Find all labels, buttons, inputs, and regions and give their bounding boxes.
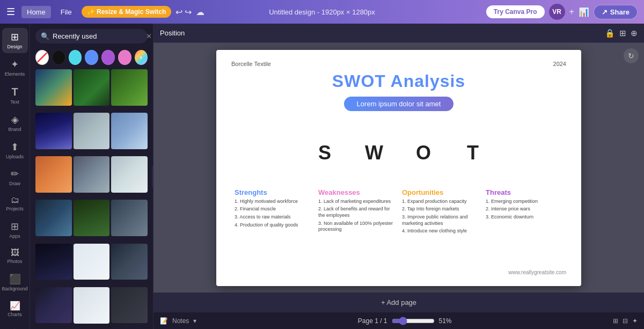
add-page-bar[interactable]: + Add page — [153, 293, 644, 312]
list-item: 3. Non available of 100% polyester proce… — [318, 221, 396, 233]
sidebar-item-photos[interactable]: 🖼 Photos — [2, 245, 28, 268]
swot-s-list: 1. Highly motivated workforce 2. Financi… — [235, 199, 312, 229]
sidebar-item-background[interactable]: ⬛ Background — [2, 270, 28, 295]
share-button[interactable]: ↗ Share — [594, 5, 638, 19]
sidebar-item-elements[interactable]: ✦ Elements — [2, 55, 28, 81]
image-item[interactable] — [35, 113, 72, 149]
color-swatches: › — [30, 48, 153, 69]
list-item: 1. Emerging competition — [486, 199, 563, 205]
image-item[interactable] — [35, 156, 72, 193]
design-icon: ⊞ — [11, 31, 19, 43]
clear-icon[interactable]: ✕ — [146, 32, 152, 40]
grid-icon[interactable]: ⊞ — [619, 28, 626, 38]
swot-o-list: 1. Expand production capacity 2. Tap Int… — [402, 199, 479, 235]
sidebar-item-uploads[interactable]: ⬆ Uploads — [2, 138, 28, 163]
image-item[interactable] — [35, 287, 72, 324]
sidebar-label-draw: Draw — [9, 181, 20, 187]
search-icon: 🔍 — [41, 32, 49, 40]
image-item[interactable] — [111, 156, 148, 193]
swot-col-t: Threats 1. Emerging competition 2. Inten… — [482, 188, 566, 236]
image-item[interactable] — [35, 69, 72, 106]
swot-w-circle: W — [347, 126, 401, 180]
lock-icon[interactable]: 🔒 — [605, 28, 615, 38]
image-item[interactable] — [74, 200, 110, 236]
swot-o-title: Oportunities — [402, 188, 479, 196]
refresh-button[interactable]: ↻ — [624, 48, 639, 63]
hamburger-icon[interactable]: ☰ — [6, 6, 15, 18]
color-swatch-purple[interactable] — [101, 50, 115, 65]
sidebar-item-brand[interactable]: ◈ Brand — [2, 111, 28, 136]
position-label: Position — [160, 29, 185, 37]
draw-icon: ✏ — [11, 168, 19, 180]
color-swatch-transparent[interactable] — [35, 50, 49, 65]
color-swatch-blue[interactable] — [85, 50, 98, 65]
list-item: 3. Improve public relations and marketin… — [402, 214, 479, 226]
notes-icon: 📝 — [160, 317, 168, 325]
try-pro-button[interactable]: Try Canva Pro — [486, 5, 545, 18]
sidebar-label-elements: Elements — [5, 72, 25, 77]
grid-view-icon[interactable]: ⊞ — [613, 317, 618, 325]
image-item[interactable] — [74, 69, 110, 106]
list-item: 4. Introduce new clothing style — [402, 228, 479, 235]
image-item[interactable] — [74, 113, 110, 149]
image-item[interactable] — [111, 287, 148, 324]
swot-t-list: 1. Emerging competition 2. Intense price… — [486, 199, 563, 221]
ai-icon: ✦ — [11, 326, 19, 329]
sidebar-item-text[interactable]: T Text — [2, 83, 28, 108]
swot-col-s: Strenghts 1. Highly motivated workforce … — [231, 188, 315, 236]
list-item: 2. Tap Into foreign markets — [402, 206, 479, 213]
sidebar-item-charts[interactable]: 📈 Charts — [2, 297, 28, 321]
sidebar-item-ai[interactable]: ✦ D-ID AI Pre... — [2, 323, 28, 329]
search-bar: 🔍 ✕ — [35, 29, 148, 43]
uploads-icon: ⬆ — [11, 141, 19, 153]
redo-button[interactable]: ↪ — [185, 7, 192, 17]
list-item: 1. Lack of marketing expenditures — [318, 199, 396, 205]
avatar[interactable]: VR — [549, 4, 565, 20]
image-item[interactable] — [74, 156, 110, 193]
image-item[interactable] — [35, 200, 72, 236]
text-icon: T — [11, 86, 18, 98]
panel: 🔍 ✕ › — [30, 24, 153, 329]
image-item[interactable] — [111, 113, 148, 149]
stats-icon[interactable]: 📊 — [579, 7, 589, 17]
sidebar-item-apps[interactable]: ⊞ Apps — [2, 217, 28, 243]
add-canvas-icon[interactable]: ⊕ — [631, 28, 638, 38]
list-item: 2. Lack of benefits and reward for the e… — [318, 206, 396, 218]
status-bar: 📝 Notes ▾ Page 1 / 1 51% ⊞ ⊟ ✦ — [153, 312, 644, 329]
home-button[interactable]: Home — [21, 6, 51, 18]
canvas-footer: www.reallygreatsite.com — [231, 269, 566, 275]
list-item: 2. Financial muscle — [235, 206, 312, 213]
notes-label[interactable]: Notes — [172, 317, 189, 325]
color-swatch-black[interactable] — [52, 50, 65, 65]
add-page-button[interactable]: + Add page — [381, 298, 416, 306]
undo-button[interactable]: ↩ — [175, 7, 182, 17]
more-colors-button[interactable]: › — [135, 50, 148, 65]
chevron-down-icon: ▾ — [193, 317, 196, 325]
cloud-save-icon: ☁ — [196, 7, 204, 17]
swot-content: Strenghts 1. Highly motivated workforce … — [231, 188, 566, 236]
zoom-slider[interactable] — [392, 317, 435, 325]
sidebar-label-design: Design — [7, 45, 22, 50]
swot-o-circle: O — [397, 126, 450, 180]
list-item: 1. Expand production capacity — [402, 199, 479, 205]
sidebar-item-draw[interactable]: ✏ Draw — [2, 165, 28, 190]
magic-switch-button[interactable]: ✨ Resize & Magic Switch — [82, 6, 172, 18]
image-item[interactable] — [111, 244, 148, 280]
image-item[interactable] — [111, 200, 148, 236]
file-button[interactable]: File — [55, 6, 77, 18]
color-swatch-pink[interactable] — [118, 50, 131, 65]
image-item[interactable] — [35, 244, 72, 280]
image-item[interactable] — [74, 244, 110, 280]
image-item[interactable] — [74, 287, 110, 324]
background-icon: ⬛ — [9, 273, 21, 285]
image-item[interactable] — [111, 69, 148, 106]
magic-icon[interactable]: ✦ — [632, 317, 638, 325]
search-input[interactable] — [53, 32, 143, 40]
view-icon[interactable]: ⊟ — [623, 317, 628, 325]
design-canvas: Borcelle Textile 2024 SWOT Analysis Lore… — [216, 50, 581, 286]
sidebar-item-projects[interactable]: 🗂 Projects — [2, 192, 28, 215]
sidebar-item-design[interactable]: ⊞ Design — [2, 28, 28, 53]
apps-icon: ⊞ — [11, 221, 19, 232]
plus-icon[interactable]: + — [569, 7, 574, 17]
color-swatch-cyan[interactable] — [69, 50, 82, 65]
